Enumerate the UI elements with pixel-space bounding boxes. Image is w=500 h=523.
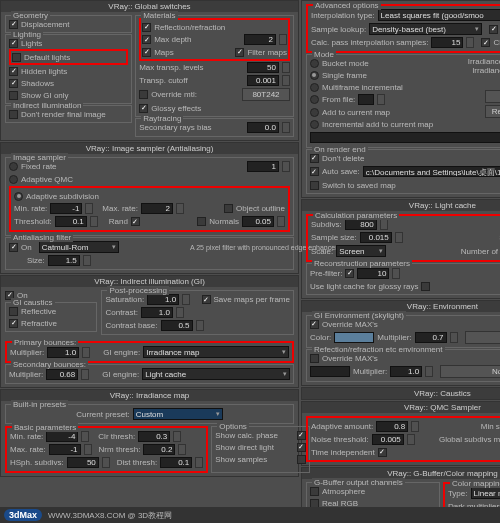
secondary-gi-select[interactable]: Light cache <box>142 368 290 380</box>
spinner[interactable] <box>178 444 186 455</box>
single-radio[interactable] <box>310 71 319 80</box>
spinner[interactable] <box>90 216 98 227</box>
spinner[interactable] <box>81 431 89 442</box>
autosave-path[interactable]: c:\Documents and Settings\lute\桌面\1.vrma… <box>363 166 500 177</box>
qmc-aa[interactable]: 0.8 <box>376 421 408 432</box>
none2-btn[interactable]: None <box>440 365 500 378</box>
spinner[interactable] <box>395 232 403 243</box>
atm-cb[interactable] <box>310 487 319 496</box>
reflrefr-cb[interactable] <box>142 23 151 32</box>
minrate-num[interactable]: -1 <box>50 203 82 214</box>
env-mult[interactable]: 0.7 <box>415 332 447 343</box>
thresh-num[interactable]: 0.1 <box>55 216 87 227</box>
spinner[interactable] <box>85 203 93 214</box>
preset-select[interactable]: Custom <box>133 408 223 420</box>
color-swatch2[interactable] <box>310 366 350 377</box>
irr-hs[interactable]: 50 <box>67 457 99 468</box>
pmult-num[interactable]: 1.0 <box>47 347 79 358</box>
spinner[interactable] <box>282 62 290 73</box>
spinner[interactable] <box>82 347 90 358</box>
maxrate-num[interactable]: 2 <box>141 203 173 214</box>
fixed-radio[interactable] <box>9 162 18 171</box>
normals-num[interactable]: 0.05 <box>242 216 274 227</box>
showcalc-cb[interactable] <box>297 431 306 440</box>
spinner[interactable] <box>377 94 385 105</box>
ff-num[interactable] <box>358 94 374 105</box>
savemaps-cb[interactable] <box>202 295 211 304</box>
secbias-num[interactable]: 0.0 <box>247 122 279 133</box>
ovmax-cb[interactable] <box>310 320 319 329</box>
irr-ct[interactable]: 0.3 <box>138 431 170 442</box>
cps-num[interactable]: 15 <box>431 37 463 48</box>
refractive-cb[interactable] <box>9 319 18 328</box>
prefilt-cb[interactable] <box>345 269 354 278</box>
reset-btn[interactable]: Reset irradiance map <box>485 105 500 118</box>
objoutline-cb[interactable] <box>224 204 233 213</box>
interp-select[interactable]: Least squares fit (good/smoo <box>378 9 500 21</box>
irr-dt[interactable]: 0.1 <box>160 457 192 468</box>
adapsub-radio[interactable] <box>14 192 23 201</box>
spinner[interactable] <box>176 203 184 214</box>
spinner[interactable] <box>195 457 203 468</box>
aafilter-cb[interactable] <box>9 243 18 252</box>
reflective-cb[interactable] <box>9 307 18 316</box>
cb-num[interactable]: 0.5 <box>161 320 193 331</box>
spinner[interactable] <box>466 37 474 48</box>
override-cb[interactable] <box>139 90 148 99</box>
spinner[interactable] <box>102 457 110 468</box>
displacement-cb[interactable] <box>9 20 18 29</box>
maxdepth-cb[interactable] <box>142 35 151 44</box>
lookup-select[interactable]: Density-based (best) <box>369 23 482 35</box>
spinner[interactable] <box>282 75 290 86</box>
spinner[interactable] <box>182 294 190 305</box>
spinner[interactable] <box>392 268 400 279</box>
override-btn[interactable]: 80T242 <box>242 88 290 101</box>
spinner[interactable] <box>176 307 184 318</box>
addmap-radio[interactable] <box>310 108 319 117</box>
shadows-cb[interactable] <box>9 79 18 88</box>
none-btn[interactable]: None <box>465 331 500 344</box>
irr-nt[interactable]: 0.2 <box>143 444 175 455</box>
irr-minr[interactable]: -4 <box>46 431 78 442</box>
showsamp-cb[interactable] <box>297 455 306 464</box>
lc-sub[interactable]: 800 <box>345 219 377 230</box>
spinner[interactable] <box>84 444 92 455</box>
glossy-cb[interactable] <box>139 104 148 113</box>
lc-ss[interactable]: 0.015 <box>360 232 392 243</box>
spinner[interactable] <box>407 434 415 445</box>
spinner[interactable] <box>450 332 458 343</box>
switch-cb[interactable] <box>310 181 319 190</box>
rand-cb[interactable] <box>131 217 140 226</box>
randsamp-cb[interactable] <box>489 25 498 34</box>
irr-maxr[interactable]: -1 <box>49 444 81 455</box>
maps-cb[interactable] <box>142 48 151 57</box>
env-mult2[interactable]: 1.0 <box>390 366 422 377</box>
spinner[interactable] <box>425 366 433 377</box>
spinner[interactable] <box>277 216 285 227</box>
fromfile-radio[interactable] <box>310 95 319 104</box>
aafilter-select[interactable]: Catmull-Rom <box>39 241 119 253</box>
lights-cb[interactable] <box>9 39 18 48</box>
bucket-radio[interactable] <box>310 59 319 68</box>
maxtransp-num[interactable]: 50 <box>247 62 279 73</box>
scale-select[interactable]: Screen <box>336 245 386 257</box>
aasize-num[interactable]: 1.5 <box>48 255 80 266</box>
color-swatch[interactable] <box>334 332 374 343</box>
showdl-cb[interactable] <box>297 443 306 452</box>
spinner[interactable] <box>282 161 290 172</box>
spinner[interactable] <box>411 421 419 432</box>
con-num[interactable]: 1.0 <box>141 307 173 318</box>
spinner[interactable] <box>173 431 181 442</box>
spinner[interactable] <box>380 219 388 230</box>
dontdel-cb[interactable] <box>310 154 319 163</box>
smult-num[interactable]: 0.68 <box>46 369 78 380</box>
hidden-lights-cb[interactable] <box>9 67 18 76</box>
spinner[interactable] <box>81 369 89 380</box>
savetofile-btn[interactable]: Save to file <box>485 90 500 103</box>
showgi-cb[interactable] <box>9 91 18 100</box>
fixed-num[interactable]: 1 <box>247 161 279 172</box>
default-lights-cb[interactable] <box>12 53 21 62</box>
adapqmc-radio[interactable] <box>9 175 18 184</box>
file-input[interactable] <box>310 132 500 143</box>
qmc-nt[interactable]: 0.005 <box>372 434 404 445</box>
